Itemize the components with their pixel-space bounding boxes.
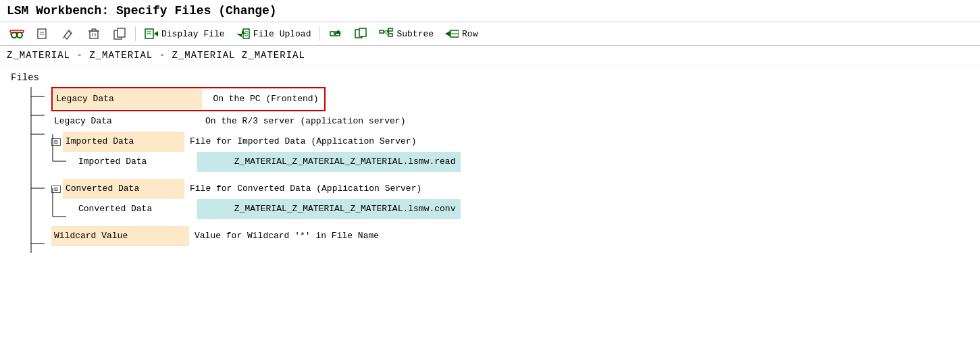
svg-rect-36 [388,34,392,36]
divider-2 [319,26,319,41]
value-cell-imported-data: File for Imported Data (Application Serv… [184,132,421,152]
display-file-button[interactable]: Display File [140,25,229,42]
folder-icon-imported: ⊡ [51,138,61,146]
subtree-button[interactable]: Subtree [375,25,438,42]
svg-marker-22 [154,31,158,36]
value-cell-legacy-data-1: On the PC (Frontend) [207,89,324,109]
key-cell-wildcard: Wildcard Value [51,226,189,246]
value-cell-imported-data-child: Z_MATERIAL_Z_MATERIAL_Z_MATERIAL.lsmw.re… [197,152,461,172]
key-cell-legacy-data-2: Legacy Data [51,111,200,132]
key-cell-imported-data-child: Imported Data [76,152,197,172]
value-cell-wildcard: Value for Wildcard '*' in File Name [189,226,384,246]
delete-icon [86,26,101,41]
svg-rect-10 [90,31,98,38]
copy2-icon [353,26,368,41]
table-row[interactable]: ⊡ Imported Data File for Imported Data (… [35,132,969,152]
key-cell-imported-data: Imported Data [63,132,184,152]
svg-rect-33 [359,28,366,36]
svg-rect-18 [118,28,125,37]
svg-marker-23 [236,30,246,37]
tree-area: Legacy Data On the PC (Frontend) Legacy … [11,87,969,246]
svg-rect-5 [38,29,46,38]
new-button[interactable] [31,25,54,42]
table-row[interactable]: Imported Data Z_MATERIAL_Z_MATERIAL_Z_MA… [35,152,969,172]
table-row[interactable]: Converted Data Z_MATERIAL_Z_MATERIAL_Z_M… [35,199,969,219]
display-file-icon [144,26,159,41]
glasses-button[interactable] [5,25,28,42]
glasses-icon [9,26,24,41]
subtree-icon [379,26,394,41]
copy2-button[interactable] [349,25,372,42]
divider-1 [135,26,136,41]
new-icon [35,26,50,41]
copy-icon [112,26,127,41]
value-cell-converted-data: File for Converted Data (Application Ser… [184,179,427,199]
svg-marker-40 [445,31,450,36]
file-upload-button[interactable]: File Upload [232,25,315,42]
delete-button[interactable] [82,25,105,42]
breadcrumb: Z_MATERIAL - Z_MATERIAL - Z_MATERIAL Z_M… [0,46,980,65]
svg-rect-34 [380,30,384,33]
table-row[interactable]: Wildcard Value Value for Wildcard '*' in… [35,226,969,246]
expand-icon [328,26,342,41]
display-file-label: Display File [161,29,225,39]
page-title: LSM Workbench: Specify Files (Change) [7,4,277,18]
file-upload-icon [236,26,251,41]
toolbar: Display File File Upload [0,22,980,46]
key-cell-converted-data: Converted Data [63,179,184,199]
key-cell-legacy-data-1: Legacy Data [53,89,202,109]
main-content: Files [0,65,980,253]
file-upload-label: File Upload [253,29,311,39]
section-label: Files [11,72,969,83]
table-row[interactable]: Legacy Data On the PC (Frontend) [35,87,969,111]
table-row[interactable]: Legacy Data On the R/3 server (applicati… [35,111,969,132]
svg-rect-4 [10,30,24,32]
value-cell-converted-data-child: Z_MATERIAL_Z_MATERIAL_Z_MATERIAL.lsmw.co… [197,199,461,219]
tree-rows: Legacy Data On the PC (Frontend) Legacy … [11,87,969,246]
expand-button[interactable] [324,25,346,42]
svg-line-9 [63,36,64,39]
copy-button[interactable] [108,25,131,42]
edit-button[interactable] [57,25,80,42]
row-button[interactable]: Row [440,25,482,42]
row-label: Row [462,29,478,39]
svg-point-0 [11,32,17,38]
folder-icon-converted: ⊡ [51,186,61,193]
svg-rect-28 [330,32,334,36]
title-bar: LSM Workbench: Specify Files (Change) [0,0,980,22]
subtree-label: Subtree [396,29,434,39]
table-row[interactable]: ⊡ Converted Data File for Converted Data… [35,179,969,199]
row-icon [444,26,459,41]
edit-icon [61,26,76,41]
value-cell-legacy-data-2: On the R/3 server (application server) [200,111,411,132]
key-cell-converted-data-child: Converted Data [76,199,197,219]
